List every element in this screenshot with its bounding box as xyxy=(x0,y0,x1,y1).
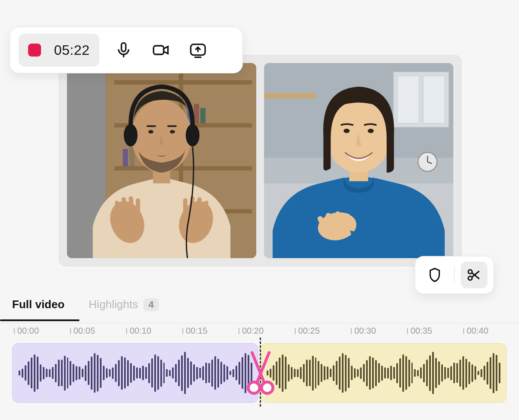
microphone-button[interactable] xyxy=(111,37,137,63)
timeline-track[interactable] xyxy=(12,343,506,403)
screenshare-button[interactable] xyxy=(185,37,211,63)
scissors-icon xyxy=(466,267,482,283)
svg-point-26 xyxy=(170,130,175,133)
svg-point-24 xyxy=(131,100,191,173)
recording-toolbar: 05:22 xyxy=(10,27,243,73)
shield-icon xyxy=(427,267,443,283)
ruler-tick: 00:20 xyxy=(239,326,264,336)
screenshare-icon xyxy=(189,41,207,59)
ruler-tick: 00:40 xyxy=(463,326,488,336)
svg-rect-45 xyxy=(344,213,350,230)
ruler-tick: 00:35 xyxy=(407,326,432,336)
svg-rect-18 xyxy=(136,199,140,216)
waveform xyxy=(13,344,258,402)
waveform xyxy=(261,344,506,402)
svg-rect-35 xyxy=(423,76,445,123)
camera-icon xyxy=(152,41,169,59)
divider xyxy=(454,267,455,283)
tag-button[interactable] xyxy=(421,262,448,288)
svg-point-25 xyxy=(148,130,153,133)
clip-segment-1[interactable] xyxy=(12,343,258,403)
ruler-tick: 00:10 xyxy=(126,326,151,336)
tab-label: Highlights xyxy=(89,298,138,311)
ruler-tick: 00:05 xyxy=(70,326,95,336)
active-tab-underline xyxy=(0,319,80,321)
tab-label: Full video xyxy=(12,298,64,311)
video-call-frame xyxy=(59,55,462,266)
timeline-tabs: Full video Highlights 4 xyxy=(12,298,159,318)
ruler-tick: 00:30 xyxy=(351,326,376,336)
microphone-icon xyxy=(115,41,132,59)
clip-segment-2[interactable] xyxy=(260,343,506,403)
ruler-tick: 00:15 xyxy=(182,326,207,336)
timeline-ruler[interactable]: 00:0000:0500:1000:1500:2000:2500:3000:35… xyxy=(0,323,519,338)
record-status-pill[interactable]: 05:22 xyxy=(19,34,99,66)
record-indicator-icon xyxy=(28,44,41,57)
ruler-tick: 00:00 xyxy=(14,326,39,336)
highlights-count-badge: 4 xyxy=(143,298,159,311)
svg-rect-52 xyxy=(153,46,163,54)
svg-point-48 xyxy=(344,129,350,133)
ruler-tick: 00:25 xyxy=(295,326,320,336)
svg-rect-9 xyxy=(194,104,199,123)
svg-rect-50 xyxy=(121,43,126,51)
svg-rect-19 xyxy=(183,199,188,216)
svg-rect-34 xyxy=(398,76,419,123)
svg-point-29 xyxy=(124,124,137,146)
clip-action-card xyxy=(415,256,494,294)
tab-highlights[interactable]: Highlights 4 xyxy=(89,298,159,318)
svg-point-30 xyxy=(186,124,200,146)
svg-rect-27 xyxy=(146,125,156,127)
svg-point-49 xyxy=(368,129,374,133)
camera-button[interactable] xyxy=(148,37,174,63)
svg-rect-11 xyxy=(123,149,128,166)
split-playhead[interactable] xyxy=(260,338,261,407)
participant-tile-1[interactable] xyxy=(67,63,256,258)
svg-rect-10 xyxy=(201,108,206,123)
cut-button[interactable] xyxy=(461,262,487,288)
svg-rect-36 xyxy=(264,93,315,98)
tab-full-video[interactable]: Full video xyxy=(12,298,64,318)
svg-rect-28 xyxy=(167,125,177,127)
participant-tile-2[interactable] xyxy=(264,63,453,258)
record-elapsed-time: 05:22 xyxy=(54,42,90,58)
